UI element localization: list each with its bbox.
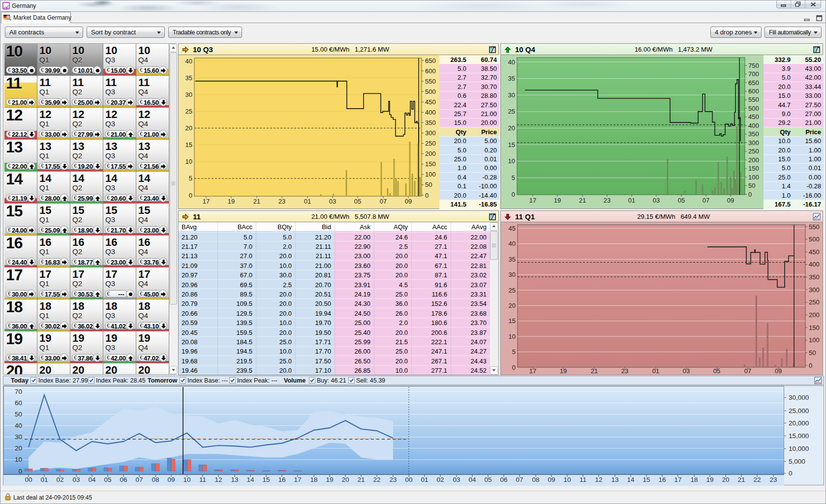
svg-text:21: 21 (253, 198, 260, 205)
svg-text:21: 21 (737, 476, 745, 483)
svg-text:150: 150 (809, 324, 820, 331)
svg-text:20: 20 (341, 476, 349, 483)
svg-text:5: 5 (189, 175, 192, 182)
svg-text:07: 07 (703, 197, 709, 204)
svg-text:450: 450 (809, 248, 820, 256)
svg-text:200: 200 (425, 150, 436, 157)
svg-text:23: 23 (604, 197, 611, 204)
svg-text:10: 10 (185, 158, 192, 165)
svg-text:0: 0 (18, 468, 22, 475)
svg-text:06: 06 (500, 476, 507, 483)
svg-text:650: 650 (425, 57, 436, 64)
svg-text:50: 50 (15, 411, 22, 418)
svg-text:25: 25 (185, 108, 192, 115)
svg-text:09: 09 (167, 476, 175, 483)
svg-text:23: 23 (389, 476, 397, 483)
svg-text:10: 10 (15, 456, 22, 463)
svg-text:250: 250 (748, 148, 759, 155)
svg-text:40: 40 (185, 58, 192, 65)
svg-text:5: 5 (512, 348, 516, 356)
svg-text:00: 00 (405, 476, 412, 483)
svg-text:250: 250 (809, 298, 820, 306)
svg-text:23: 23 (278, 198, 285, 205)
svg-text:05: 05 (484, 476, 491, 483)
svg-text:17: 17 (294, 476, 301, 483)
svg-text:100: 100 (809, 336, 820, 344)
svg-text:100: 100 (748, 174, 759, 181)
svg-text:17: 17 (529, 197, 536, 204)
svg-text:550: 550 (809, 223, 820, 231)
svg-text:05: 05 (104, 476, 111, 483)
svg-text:01: 01 (40, 476, 48, 483)
svg-text:400: 400 (809, 261, 820, 268)
svg-text:40: 40 (509, 240, 516, 247)
svg-text:450: 450 (425, 98, 436, 106)
svg-text:30,000: 30,000 (789, 394, 809, 401)
svg-text:16: 16 (658, 476, 666, 483)
svg-text:19: 19 (326, 476, 333, 483)
svg-text:0: 0 (789, 470, 793, 477)
svg-text:5,000: 5,000 (789, 458, 805, 465)
svg-text:23: 23 (769, 476, 777, 483)
svg-text:17: 17 (674, 476, 681, 483)
svg-text:22: 22 (753, 476, 761, 483)
svg-text:07: 07 (380, 198, 387, 205)
svg-text:500: 500 (809, 236, 820, 243)
svg-text:150: 150 (748, 165, 759, 172)
svg-text:13: 13 (231, 476, 238, 483)
svg-text:08: 08 (532, 476, 539, 483)
svg-text:350: 350 (748, 130, 759, 138)
svg-text:15: 15 (642, 476, 650, 483)
svg-text:03: 03 (453, 476, 460, 483)
svg-text:09: 09 (548, 476, 555, 483)
svg-text:20: 20 (508, 124, 515, 132)
svg-text:03: 03 (329, 198, 336, 205)
svg-text:18: 18 (310, 476, 317, 483)
svg-text:21: 21 (357, 476, 365, 483)
svg-text:350: 350 (809, 273, 820, 281)
svg-text:30: 30 (508, 91, 515, 99)
svg-text:35: 35 (509, 256, 516, 263)
svg-text:400: 400 (425, 109, 436, 116)
svg-text:25: 25 (509, 287, 516, 294)
svg-text:250: 250 (425, 140, 436, 147)
svg-text:400: 400 (748, 122, 759, 129)
svg-text:10: 10 (508, 157, 515, 165)
svg-text:50: 50 (809, 349, 816, 356)
svg-text:25,000: 25,000 (789, 407, 809, 415)
svg-text:25: 25 (508, 108, 515, 115)
svg-text:0: 0 (512, 364, 516, 371)
svg-text:0: 0 (512, 191, 515, 198)
svg-text:03: 03 (653, 197, 660, 204)
svg-text:40: 40 (15, 422, 22, 429)
svg-text:20,000: 20,000 (789, 419, 809, 427)
svg-text:15: 15 (262, 476, 270, 483)
svg-text:15,000: 15,000 (789, 432, 809, 440)
svg-text:09: 09 (727, 197, 734, 204)
svg-text:08: 08 (152, 476, 159, 483)
svg-text:50: 50 (425, 181, 432, 188)
svg-text:05: 05 (354, 198, 361, 205)
svg-text:600: 600 (748, 88, 759, 95)
svg-text:70: 70 (15, 388, 22, 395)
svg-text:11: 11 (580, 476, 586, 483)
svg-text:300: 300 (748, 139, 759, 147)
svg-text:07: 07 (516, 476, 523, 483)
svg-text:04: 04 (88, 476, 96, 483)
svg-text:17: 17 (203, 198, 210, 205)
svg-text:20: 20 (185, 124, 192, 132)
svg-text:10,000: 10,000 (789, 445, 809, 452)
svg-text:0: 0 (425, 192, 428, 199)
svg-text:750: 750 (748, 62, 759, 69)
svg-text:100: 100 (425, 171, 436, 178)
svg-text:700: 700 (748, 70, 759, 78)
svg-text:500: 500 (425, 88, 436, 95)
svg-text:600: 600 (425, 67, 436, 75)
svg-text:22: 22 (373, 476, 380, 483)
svg-text:02: 02 (436, 476, 444, 483)
svg-text:150: 150 (425, 160, 436, 168)
svg-text:450: 450 (748, 113, 759, 120)
svg-text:11: 11 (199, 476, 206, 483)
svg-text:60: 60 (15, 399, 22, 407)
svg-text:03: 03 (72, 476, 80, 483)
